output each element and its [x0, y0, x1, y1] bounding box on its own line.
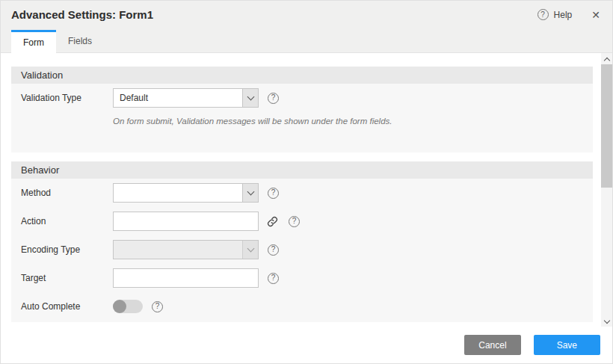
chevron-down-icon — [242, 241, 258, 259]
action-input[interactable] — [113, 212, 259, 231]
encoding-type-row: Encoding Type ? — [21, 240, 583, 259]
behavior-section-header: Behavior — [11, 161, 593, 179]
tab-form-label: Form — [23, 37, 44, 48]
validation-section-body: Validation Type Default ? On form submit… — [11, 84, 593, 152]
validation-panel: Validation Validation Type Default ? On … — [11, 67, 593, 152]
encoding-type-select — [113, 240, 259, 259]
header-actions: ? Help ✕ — [537, 9, 600, 21]
settings-content: Validation Validation Type Default ? On … — [1, 53, 612, 328]
advanced-settings-dialog: Advanced Settings: Form1 ? Help ✕ Form F… — [0, 0, 613, 364]
scrollbar-thumb[interactable] — [601, 64, 612, 188]
chevron-down-icon[interactable] — [242, 89, 258, 107]
encoding-type-help-icon[interactable]: ? — [268, 244, 279, 256]
validation-type-label: Validation Type — [21, 93, 113, 103]
dialog-footer: Cancel Save — [1, 327, 612, 363]
cancel-button[interactable]: Cancel — [464, 335, 520, 355]
close-icon[interactable]: ✕ — [591, 9, 600, 21]
tab-fields-label: Fields — [68, 36, 92, 46]
link-icon[interactable] — [265, 214, 280, 229]
vertical-scrollbar[interactable] — [601, 53, 612, 327]
method-value — [114, 184, 242, 202]
validation-type-help-icon[interactable]: ? — [268, 93, 279, 104]
behavior-panel: Behavior Method ? Action — [11, 161, 593, 322]
encoding-type-value — [114, 241, 242, 259]
toggle-knob — [113, 300, 126, 313]
method-label: Method — [21, 188, 113, 198]
chevron-down-icon[interactable] — [242, 184, 258, 202]
dialog-header: Advanced Settings: Form1 ? Help ✕ — [1, 1, 612, 28]
dialog-title: Advanced Settings: Form1 — [11, 8, 153, 21]
auto-complete-row: Auto Complete ? — [21, 297, 583, 316]
behavior-section-body: Method ? Action — [11, 179, 593, 322]
validation-section-header: Validation — [11, 67, 593, 84]
panels: Validation Validation Type Default ? On … — [1, 53, 612, 322]
validation-type-row: Validation Type Default ? — [21, 88, 583, 108]
encoding-type-label: Encoding Type — [21, 244, 113, 255]
method-help-icon[interactable]: ? — [268, 188, 279, 199]
help-icon[interactable]: ? — [537, 9, 549, 20]
target-help-icon[interactable]: ? — [268, 273, 279, 284]
save-button[interactable]: Save — [534, 335, 600, 355]
tab-fields[interactable]: Fields — [56, 30, 104, 52]
target-row: Target ? — [21, 268, 583, 288]
method-select[interactable] — [113, 183, 259, 203]
validation-type-value: Default — [114, 89, 242, 107]
target-input[interactable] — [113, 268, 259, 288]
target-label: Target — [21, 273, 113, 283]
method-row: Method ? — [21, 183, 583, 203]
auto-complete-label: Auto Complete — [21, 301, 113, 312]
auto-complete-toggle[interactable] — [113, 300, 143, 313]
action-label: Action — [21, 216, 113, 226]
auto-complete-help-icon[interactable]: ? — [152, 301, 163, 312]
tab-form[interactable]: Form — [11, 30, 56, 53]
action-row: Action ? — [21, 212, 583, 231]
scroll-down-icon[interactable] — [601, 316, 612, 327]
tab-bar: Form Fields — [1, 28, 612, 53]
scroll-up-icon[interactable] — [601, 53, 612, 64]
validation-type-select[interactable]: Default — [113, 88, 259, 108]
validation-helper-text: On form submit, Validation messages will… — [113, 117, 583, 126]
action-help-icon[interactable]: ? — [289, 216, 300, 227]
help-link[interactable]: Help — [554, 10, 573, 20]
